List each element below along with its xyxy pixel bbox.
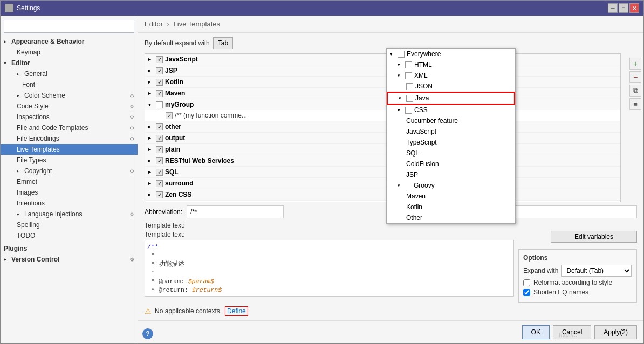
close-button[interactable]: ✕ (629, 3, 639, 13)
copy-button[interactable]: ⧉ (629, 85, 641, 97)
sidebar-item-version-control[interactable]: Version Control ⚙ (1, 254, 138, 265)
group-checkbox[interactable] (156, 90, 163, 97)
maximize-button[interactable]: □ (619, 3, 628, 13)
popup-checkbox[interactable] (405, 61, 412, 68)
group-header-zencss[interactable]: Zen CSS (145, 189, 620, 200)
group-header-sql[interactable]: SQL (145, 167, 620, 177)
item-checkbox[interactable] (166, 112, 173, 119)
sidebar-item-lang-injections[interactable]: Language Injections ⚙ (1, 209, 138, 219)
sidebar-badge: ⚙ (129, 168, 134, 174)
sidebar-item-code-style[interactable]: Code Style ⚙ (1, 101, 138, 112)
popup-item-everywhere[interactable]: Everywhere (387, 49, 515, 59)
move-button[interactable]: ≡ (629, 98, 641, 110)
popup-checkbox[interactable] (405, 107, 412, 114)
chevron-icon (17, 168, 22, 174)
apply-button[interactable]: Apply(2) (594, 325, 637, 339)
sidebar-item-intentions[interactable]: Intentions (1, 198, 138, 209)
popup-item-xml[interactable]: XML (387, 70, 515, 81)
sidebar-item-file-encodings[interactable]: File Encodings ⚙ (1, 133, 138, 144)
popup-label: JSP (406, 171, 418, 178)
popup-item-json[interactable]: JSON (387, 81, 515, 92)
sidebar-item-editor[interactable]: Editor (1, 58, 138, 68)
abbreviation-input[interactable] (187, 205, 284, 218)
popup-checkbox[interactable] (405, 72, 412, 79)
popup-checkbox[interactable] (406, 95, 413, 102)
sidebar-item-spelling[interactable]: Spelling (1, 219, 138, 230)
popup-item-cucumber[interactable]: Cucumber feature (387, 115, 515, 126)
popup-item-css[interactable]: CSS (387, 105, 515, 115)
group-header-other[interactable]: other (145, 121, 620, 132)
sidebar-item-color-scheme[interactable]: Color Scheme ⚙ (1, 90, 138, 101)
group-checkbox[interactable] (156, 169, 163, 176)
group-checkbox[interactable] (156, 146, 163, 153)
sidebar-item-inspections[interactable]: Inspections ⚙ (1, 112, 138, 122)
popup-item-kotlin[interactable]: Kotlin (387, 202, 515, 212)
tab-button[interactable]: Tab (213, 37, 233, 49)
group-header-jsp[interactable]: JSP (145, 65, 620, 76)
popup-item-javascript[interactable]: JavaScript (387, 126, 515, 137)
main-content: Appearance & Behavior Keymap Editor Gene… (1, 16, 643, 343)
group-header-mygroup[interactable]: myGroup (145, 99, 620, 110)
content-area: Editor › Live Templates By default expan… (138, 16, 643, 343)
group-checkbox[interactable] (156, 56, 163, 63)
group-checkbox[interactable] (156, 157, 163, 164)
sidebar-item-images[interactable]: Images (1, 187, 138, 198)
popup-item-maven[interactable]: Maven (387, 191, 515, 202)
group-label: myGroup (165, 101, 194, 108)
group-header-maven[interactable]: Maven (145, 88, 620, 99)
reformat-checkbox[interactable] (523, 279, 530, 286)
group-header-plain[interactable]: plain (145, 144, 620, 155)
minimize-button[interactable]: ─ (608, 3, 618, 13)
popup-checkbox[interactable] (406, 83, 413, 90)
popup-checkbox[interactable] (398, 51, 405, 58)
sidebar-item-file-types[interactable]: File Types (1, 155, 138, 166)
edit-variables-button[interactable]: Edit variables (551, 231, 637, 243)
sidebar-item-font[interactable]: Font (1, 79, 138, 90)
shorten-checkbox[interactable] (523, 289, 530, 296)
chevron-icon (4, 39, 9, 44)
group-checkbox[interactable] (156, 191, 163, 198)
group-checkbox[interactable] (156, 101, 163, 108)
popup-item-typescript[interactable]: TypeScript (387, 137, 515, 148)
title-bar: Settings ─ □ ✕ (1, 1, 643, 16)
group-checkbox[interactable] (156, 67, 163, 74)
search-input[interactable] (6, 23, 132, 30)
popup-item-coldfusion[interactable]: ColdFusion (387, 159, 515, 169)
popup-item-java[interactable]: Java (387, 92, 515, 105)
popup-item-sql[interactable]: SQL (387, 148, 515, 159)
ok-button[interactable]: OK (522, 325, 550, 339)
expand-label: By default expand with (145, 39, 210, 47)
sidebar-item-plugins[interactable]: Plugins (1, 243, 138, 254)
group-header-javascript[interactable]: JavaScript (145, 54, 620, 65)
group-checkbox[interactable] (156, 180, 163, 187)
group-mygroup: myGroup /** (my function comme... (145, 99, 620, 121)
group-checkbox[interactable] (156, 79, 163, 86)
template-item-mygroup-1[interactable]: /** (my function comme... (145, 110, 620, 121)
add-button[interactable]: + (629, 58, 641, 70)
sidebar-item-copyright[interactable]: Copyright ⚙ (1, 166, 138, 176)
group-header-kotlin[interactable]: Kotlin (145, 77, 620, 87)
group-checkbox[interactable] (156, 123, 163, 130)
group-header-surround[interactable]: surround (145, 178, 620, 189)
sidebar-item-todo[interactable]: TODO (1, 230, 138, 241)
remove-button[interactable]: − (629, 71, 641, 83)
expand-with-label: Expand with (523, 267, 558, 274)
group-header-restful[interactable]: RESTful Web Services (145, 155, 620, 166)
popup-item-html[interactable]: HTML (387, 59, 515, 70)
group-checkbox[interactable] (156, 135, 163, 142)
popup-item-groovy[interactable]: Groovy (387, 180, 515, 191)
sidebar-item-general[interactable]: General (1, 68, 138, 79)
popup-item-other[interactable]: Other (387, 212, 515, 223)
sidebar-item-keymap[interactable]: Keymap (1, 47, 138, 58)
group-header-output[interactable]: output (145, 133, 620, 143)
define-link[interactable]: Define (225, 306, 248, 316)
sidebar-item-live-templates[interactable]: Live Templates (1, 144, 138, 155)
sidebar-item-file-code-templates[interactable]: File and Code Templates ⚙ (1, 122, 138, 133)
search-box[interactable] (4, 20, 134, 33)
sidebar-item-emmet[interactable]: Emmet (1, 176, 138, 187)
help-button[interactable]: ? (142, 328, 153, 339)
reformat-label: Reformat according to style (533, 279, 612, 286)
sidebar-item-appearance[interactable]: Appearance & Behavior (1, 36, 138, 47)
popup-item-jsp[interactable]: JSP (387, 169, 515, 180)
expand-with-select[interactable]: Default (Tab) (561, 265, 632, 277)
